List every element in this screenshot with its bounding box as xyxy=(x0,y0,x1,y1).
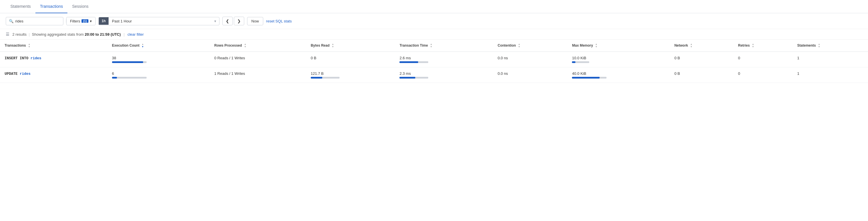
cell-retries: 0 xyxy=(734,67,793,83)
cell-transaction-time: 2.3 ms xyxy=(395,67,493,83)
tab-transactions[interactable]: Transactions xyxy=(35,0,68,13)
nav-buttons: ❮ ❯ xyxy=(222,17,244,25)
time-bar-fill xyxy=(399,61,418,63)
table-row: INSERT INTO rides 38 0 Reads / 1 Writes … xyxy=(0,52,868,67)
col-retries[interactable]: Retries ▲▼ xyxy=(734,40,793,52)
cell-bytes-read: 121.7 B xyxy=(306,67,395,83)
time-chevron-icon[interactable]: ▾ xyxy=(211,17,219,25)
cell-contention: 0.0 ns xyxy=(493,52,567,67)
col-statements[interactable]: Statements ▲▼ xyxy=(793,40,868,52)
cell-transaction-name[interactable]: INSERT INTO rides xyxy=(0,52,107,67)
sort-icon: ▲▼ xyxy=(595,43,597,48)
cell-transaction-time: 2.6 ms xyxy=(395,52,493,67)
table-container: Transactions ▲▼ Execution Count ▲▼ Rows … xyxy=(0,40,868,83)
cell-network: 0 B xyxy=(670,67,734,83)
execution-bar-bg xyxy=(112,61,147,63)
time-bar-fill xyxy=(399,77,415,78)
prev-button[interactable]: ❮ xyxy=(222,17,233,25)
search-input[interactable] xyxy=(15,19,64,23)
sort-icon: ▲▼ xyxy=(752,43,754,48)
reset-sql-stats-link[interactable]: reset SQL stats xyxy=(266,19,292,23)
memory-bar-bg xyxy=(572,61,589,63)
execution-count-value: 6 xyxy=(112,71,205,76)
filter-bar: ☰ 2 results | Showing aggregated stats f… xyxy=(0,29,868,40)
table-row: UPDATE rides 6 1 Reads / 1 Writes 121.7 … xyxy=(0,67,868,83)
col-execution-count[interactable]: Execution Count ▲▼ xyxy=(107,40,210,52)
transactions-table: Transactions ▲▼ Execution Count ▲▼ Rows … xyxy=(0,40,868,83)
main-container: Statements Transactions Sessions 🔍 ✕ Fil… xyxy=(0,0,868,221)
col-rows-processed[interactable]: Rows Processed ▲▼ xyxy=(210,40,306,52)
col-contention[interactable]: Contention ▲▼ xyxy=(493,40,567,52)
next-button[interactable]: ❯ xyxy=(234,17,244,25)
cell-network: 0 B xyxy=(670,52,734,67)
tabs-bar: Statements Transactions Sessions xyxy=(0,0,868,13)
filters-chevron-icon: ▾ xyxy=(90,19,92,23)
time-selector: 1h Past 1 Hour ▾ xyxy=(98,17,219,25)
memory-bar-bg xyxy=(572,77,607,78)
bytes-bar-bg xyxy=(311,77,340,78)
sort-icon: ▲▼ xyxy=(28,43,30,48)
cell-statements: 1 xyxy=(793,67,868,83)
col-max-memory[interactable]: Max Memory ▲▼ xyxy=(567,40,670,52)
cell-execution-count: 38 xyxy=(107,52,210,67)
sort-icon: ▲▼ xyxy=(430,43,432,48)
search-icon: 🔍 xyxy=(9,19,13,23)
cell-retries: 0 xyxy=(734,52,793,67)
col-network[interactable]: Network ▲▼ xyxy=(670,40,734,52)
bytes-read-value: 121.7 B xyxy=(311,71,390,76)
cell-execution-count: 6 xyxy=(107,67,210,83)
sort-icon: ▲▼ xyxy=(690,43,692,48)
sort-icon: ▲▼ xyxy=(142,43,144,48)
cell-max-memory: 40.0 KiB xyxy=(567,67,670,83)
tab-statements[interactable]: Statements xyxy=(6,0,35,13)
hamburger-icon[interactable]: ☰ xyxy=(6,32,9,36)
sort-icon: ▲▼ xyxy=(818,43,820,48)
table-header-row: Transactions ▲▼ Execution Count ▲▼ Rows … xyxy=(0,40,868,52)
sort-icon: ▲▼ xyxy=(244,43,246,48)
bytes-bar-fill xyxy=(311,77,322,78)
filters-count: (1) xyxy=(82,19,88,23)
cell-statements: 1 xyxy=(793,52,868,67)
cell-max-memory: 10.0 KiB xyxy=(567,52,670,67)
cell-bytes-read: 0 B xyxy=(306,52,395,67)
sort-icon: ▲▼ xyxy=(332,43,334,48)
bytes-read-value: 0 B xyxy=(311,56,390,60)
now-button[interactable]: Now xyxy=(247,17,263,25)
results-count: 2 results | Showing aggregated stats fro… xyxy=(12,32,121,36)
filters-button[interactable]: Filters (1) ▾ xyxy=(66,17,96,25)
time-label: Past 1 Hour xyxy=(108,17,211,25)
memory-bar-fill xyxy=(572,77,599,78)
time-bar-bg xyxy=(399,77,428,78)
execution-bar-fill xyxy=(112,77,117,78)
time-bar-bg xyxy=(399,61,428,63)
max-memory-value: 10.0 KiB xyxy=(572,56,665,60)
cell-contention: 0.0 ns xyxy=(493,67,567,83)
pipe-separator: | xyxy=(124,32,124,36)
transaction-time-value: 2.6 ms xyxy=(399,56,489,60)
col-transactions[interactable]: Transactions ▲▼ xyxy=(0,40,107,52)
clear-filter-link[interactable]: clear filter xyxy=(128,32,144,36)
cell-transaction-name[interactable]: UPDATE rides xyxy=(0,67,107,83)
execution-bar-fill xyxy=(112,61,143,63)
filters-label: Filters xyxy=(70,19,80,23)
col-transaction-time[interactable]: Transaction Time ▲▼ xyxy=(395,40,493,52)
col-bytes-read[interactable]: Bytes Read ▲▼ xyxy=(306,40,395,52)
search-box: 🔍 ✕ xyxy=(6,17,63,25)
toolbar: 🔍 ✕ Filters (1) ▾ 1h Past 1 Hour ▾ ❮ ❯ N… xyxy=(0,13,868,29)
cell-rows-processed: 0 Reads / 1 Writes xyxy=(210,52,306,67)
tab-sessions[interactable]: Sessions xyxy=(67,0,93,13)
time-badge: 1h xyxy=(99,17,108,25)
memory-bar-fill xyxy=(572,61,576,63)
cell-rows-processed: 1 Reads / 1 Writes xyxy=(210,67,306,83)
transaction-time-value: 2.3 ms xyxy=(399,71,489,76)
execution-count-value: 38 xyxy=(112,56,205,60)
execution-bar-bg xyxy=(112,77,147,78)
max-memory-value: 40.0 KiB xyxy=(572,71,665,76)
sort-icon: ▲▼ xyxy=(518,43,520,48)
